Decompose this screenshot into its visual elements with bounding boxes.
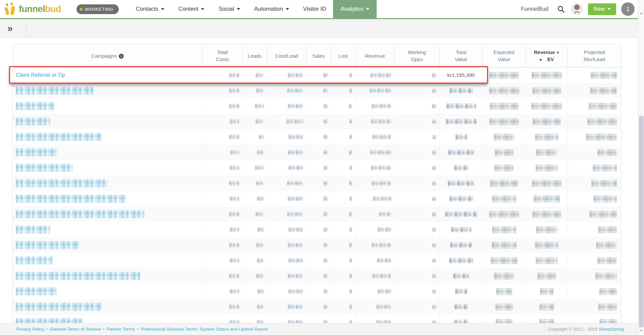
metric-cell [307,98,331,114]
column-header-expected-value[interactable]: ExpectedValue [483,44,526,67]
notification-badge[interactable]: 1 [621,2,635,16]
table-row[interactable] [13,98,621,114]
table-row[interactable] [13,284,621,299]
blurred-value [492,242,517,249]
metric-cell [267,145,307,160]
menu-item-contacts[interactable]: Contacts [135,0,165,18]
metric-cell [331,284,356,299]
table-row[interactable] [13,222,621,237]
campaign-link[interactable]: Client Referral or Tip [16,72,65,78]
blurred-value [451,227,471,232]
menu-item-content[interactable]: Content [178,0,205,18]
metric-cell [307,206,331,222]
column-header-revenue-ev[interactable]: Revenue +EV [526,44,568,67]
menu-item-automation[interactable]: Automation [254,0,290,18]
blurred-value [350,88,352,93]
table-row[interactable] [13,145,621,160]
campaign-cell [13,83,203,98]
menu-item-social[interactable]: Social [218,0,240,18]
metric-cell [267,253,307,268]
blurred-value [534,195,560,202]
table-row[interactable] [13,83,621,98]
blurred-value [350,289,352,294]
blurred-value [349,181,352,186]
table-row[interactable] [13,160,621,176]
blurred-value [454,304,468,309]
column-header-total-costs[interactable]: TotalCosts [203,44,243,67]
search-icon[interactable] [557,5,565,13]
blurred-value [323,88,328,93]
account-name[interactable]: FunnelBud [521,6,548,12]
table-row[interactable] [13,191,621,206]
expand-sidebar-button[interactable]: » [7,22,13,34]
column-header-campaigns[interactable]: Campaignsi [13,44,203,67]
blurred-value [349,150,352,155]
menu-item-analytics[interactable]: Analytics [333,0,377,18]
blurred-value [536,164,558,172]
metric-cell [267,129,307,145]
sharpspring-link[interactable]: SharpSpring [599,327,624,332]
revenue-ev-cell [526,191,568,206]
table-header-row: CampaignsiTotalCostsLeadsCost/LeadSalesL… [13,44,621,67]
blurred-value [598,303,617,310]
blurred-value [532,87,561,94]
blurred-value [532,72,562,79]
footer-link-partner-terms[interactable]: Partner Terms [107,327,135,332]
marketing-badge-label: MARKETING [85,7,113,12]
campaign-cell [13,237,203,253]
column-header-projected-rev-lead[interactable]: ProjectedRev/Lead [568,44,621,67]
table-row[interactable] [13,268,621,284]
blurred-value [229,73,239,78]
column-header-cost-lead[interactable]: Cost/Lead [267,44,307,67]
blurred-value [446,103,476,109]
table-row[interactable] [13,253,621,268]
table-row[interactable] [13,237,621,253]
footer-link-professional-services-terms[interactable]: Professional Services Terms [141,327,198,332]
top-nav: funnelbud MARKETING Contacts Content Soc… [0,0,644,18]
footer-link-privacy-policy[interactable]: Privacy Policy [16,327,44,332]
column-header-total-value[interactable]: TotalValue [440,44,483,67]
table-row[interactable] [13,206,621,222]
campaign-cell [13,98,203,114]
blurred-campaign-name [16,226,50,234]
metric-cell [394,67,440,83]
scroll-down-icon[interactable]: ▼ [638,329,644,332]
user-avatar[interactable] [571,3,583,15]
metric-cell [356,83,394,98]
total-value-cell [440,253,483,268]
projected-rev-lead-cell [568,67,621,83]
metric-cell [243,237,267,253]
table-row[interactable] [13,176,621,191]
menu-item-visitor-id[interactable]: Visitor ID [303,0,327,18]
column-header-working-opps[interactable]: WorkingOpps [394,44,440,67]
footer-link-general-terms[interactable]: General Terms of Service [50,327,101,332]
expected-value-cell [483,237,526,253]
marketing-badge[interactable]: MARKETING [76,4,119,14]
blurred-value [255,104,264,108]
blurred-value [432,228,436,232]
blurred-value [597,257,617,264]
column-header-revenue[interactable]: Revenue [356,44,394,67]
table-row[interactable] [13,299,621,315]
blurred-value [323,73,328,78]
scroll-up-icon[interactable]: ▲ [638,11,644,15]
metric-cell [307,145,331,160]
new-button[interactable]: New [588,3,616,15]
blurred-value [589,211,617,218]
blurred-value [288,165,303,170]
total-value-cell [440,98,483,114]
footer-link-system-status[interactable]: System Status and Uptime Report [200,327,268,332]
info-icon[interactable]: i [119,54,124,59]
scrollbar-thumb[interactable] [639,116,644,327]
column-header-leads[interactable]: Leads [243,44,267,67]
blurred-value [350,304,352,309]
blurred-value [324,227,328,232]
column-header-sales[interactable]: Sales [307,44,331,67]
vertical-scrollbar[interactable]: ▲ ▼ [638,0,644,335]
funnelbud-logo[interactable]: funnelbud [4,2,61,16]
table-row[interactable]: Client Referral or Tipkr1,195,390 [13,67,621,83]
table-row[interactable] [13,114,621,129]
blurred-value [449,88,473,93]
column-header-lost[interactable]: Lost [331,44,356,67]
table-row[interactable] [13,129,621,145]
